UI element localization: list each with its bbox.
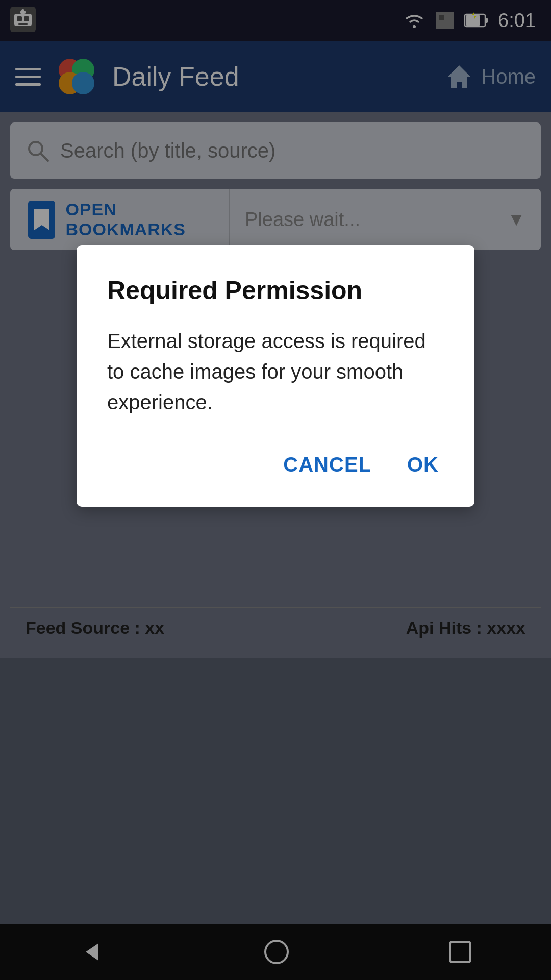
dialog-overlay: Required Permission External storage acc… bbox=[0, 0, 551, 980]
cancel-button[interactable]: CANCEL bbox=[278, 448, 377, 481]
dialog-buttons: CANCEL OK bbox=[107, 448, 444, 481]
permission-dialog: Required Permission External storage acc… bbox=[77, 245, 474, 507]
ok-button[interactable]: OK bbox=[402, 448, 444, 481]
dialog-title: Required Permission bbox=[107, 276, 444, 305]
dialog-message: External storage access is required to c… bbox=[107, 326, 444, 418]
